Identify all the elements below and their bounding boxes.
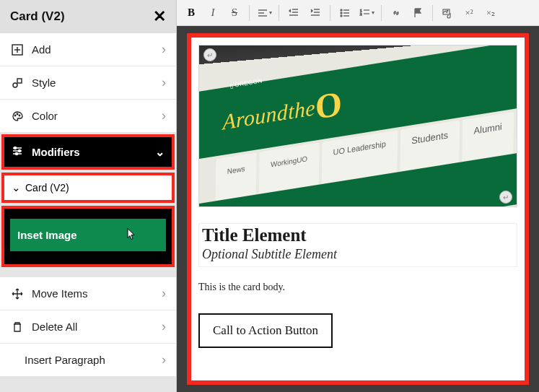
chevron-right-icon: ›: [162, 352, 166, 367]
nav-tab: Alumni: [462, 112, 514, 162]
toolbar-separator: [381, 5, 382, 21]
outdent-button[interactable]: [284, 3, 304, 23]
menu-color-label: Color: [32, 110, 162, 122]
toolbar-separator: [330, 5, 330, 21]
menu-color[interactable]: Color ›: [0, 100, 176, 133]
trash-icon: [10, 321, 25, 333]
menu-move-items[interactable]: Move Items ›: [0, 277, 176, 310]
menu-insert-paragraph-label: Insert Paragraph: [25, 354, 162, 366]
palette-icon: [10, 110, 25, 122]
subscript-button[interactable]: ×₂: [481, 3, 501, 23]
chevron-down-icon: ⌄: [155, 145, 165, 159]
card-title-block[interactable]: Title Element Optional Subtitle Element: [198, 223, 517, 267]
svg-point-7: [19, 115, 20, 116]
menu-move-items-label: Move Items: [32, 287, 162, 300]
flag-button[interactable]: [408, 3, 428, 23]
card-subtitle: Optional Subtitle Element: [202, 247, 514, 262]
indent-button[interactable]: [305, 3, 325, 23]
toolbar-separator: [249, 5, 250, 21]
chevron-right-icon: ›: [162, 286, 166, 301]
numbered-list-button[interactable]: 12▾: [356, 3, 377, 23]
chevron-right-icon: ›: [162, 319, 166, 334]
svg-point-34: [447, 10, 448, 12]
editor-area: B I S ▾ 12▾ ×² ×₂: [177, 0, 539, 392]
menu-insert-paragraph[interactable]: Insert Paragraph ›: [0, 344, 176, 377]
svg-point-23: [341, 9, 342, 11]
svg-point-12: [19, 150, 21, 152]
sidebar-panel: Card (V2) ✕ Add › Style › Color ›: [0, 0, 177, 392]
card-title: Title Element: [202, 225, 514, 245]
close-icon[interactable]: ✕: [153, 7, 166, 26]
superscript-button[interactable]: ×²: [459, 3, 479, 23]
menu-delete-all[interactable]: Delete All ›: [0, 310, 176, 344]
move-icon: [10, 288, 25, 300]
svg-point-6: [17, 113, 18, 115]
media-button[interactable]: [437, 3, 457, 23]
menu-add-label: Add: [32, 43, 162, 56]
menu-style-label: Style: [32, 77, 162, 89]
bullet-list-button[interactable]: [335, 3, 355, 23]
add-icon: [10, 44, 25, 56]
modifiers-highlight: Modifiers ⌄: [1, 134, 175, 170]
toolbar-separator: [432, 5, 433, 21]
align-button[interactable]: ▾: [254, 3, 274, 23]
cursor-icon: [126, 227, 137, 243]
banner-o: O: [315, 83, 342, 126]
menu-add[interactable]: Add ›: [0, 33, 176, 66]
toolbar-separator: [279, 5, 279, 21]
svg-point-25: [341, 15, 342, 17]
strike-button[interactable]: S: [224, 3, 245, 23]
inset-image-container: Inset Image: [4, 209, 172, 264]
inset-image-highlight: Inset Image: [1, 206, 175, 267]
menu-modifiers[interactable]: Modifiers ⌄: [4, 137, 172, 167]
sidebar-title: Card (V2): [10, 9, 65, 24]
link-button[interactable]: [386, 3, 406, 23]
sidebar-header: Card (V2) ✕: [0, 0, 176, 33]
resize-handle-br[interactable]: ↵: [499, 191, 512, 204]
svg-point-13: [16, 153, 18, 155]
menu-delete-all-label: Delete All: [32, 321, 162, 333]
cardv2-highlight: ⌄ Card (V2): [1, 173, 175, 203]
svg-point-11: [14, 147, 17, 149]
formatting-toolbar: B I S ▾ 12▾ ×² ×₂: [177, 0, 539, 26]
svg-text:2: 2: [360, 12, 362, 16]
canvas: AroundtheO ▯ OREGON News WorkingUO UO Le…: [177, 26, 539, 392]
menu-style[interactable]: Style ›: [0, 66, 176, 100]
svg-point-24: [341, 12, 342, 14]
style-icon: [10, 77, 25, 89]
cta-button[interactable]: Call to Action Button: [198, 313, 333, 348]
resize-handle-tl[interactable]: ↵: [203, 48, 216, 61]
inset-image-button[interactable]: Inset Image: [10, 219, 166, 251]
nav-tab: News: [215, 152, 256, 201]
card-body-text[interactable]: This is the card body.: [198, 282, 517, 293]
menu-modifiers-label: Modifiers: [32, 146, 155, 158]
inset-image-label: Inset Image: [17, 229, 77, 241]
svg-point-5: [14, 115, 16, 116]
menu-card-v2-label: Card (V2): [25, 182, 69, 193]
italic-button[interactable]: I: [203, 3, 223, 23]
menu-card-v2[interactable]: ⌄ Card (V2): [4, 175, 172, 200]
svg-rect-4: [17, 79, 22, 83]
chevron-right-icon: ›: [162, 75, 166, 90]
sliders-icon: [12, 145, 26, 159]
chevron-right-icon: ›: [162, 108, 166, 123]
card-image[interactable]: AroundtheO ▯ OREGON News WorkingUO UO Le…: [198, 45, 517, 207]
chevron-down-icon: ⌄: [12, 181, 21, 194]
banner-brand-text: Aroundthe: [222, 95, 315, 134]
bold-button[interactable]: B: [181, 3, 201, 23]
chevron-right-icon: ›: [162, 42, 166, 57]
svg-point-3: [13, 83, 17, 87]
card-preview-highlight: AroundtheO ▯ OREGON News WorkingUO UO Le…: [187, 33, 529, 385]
